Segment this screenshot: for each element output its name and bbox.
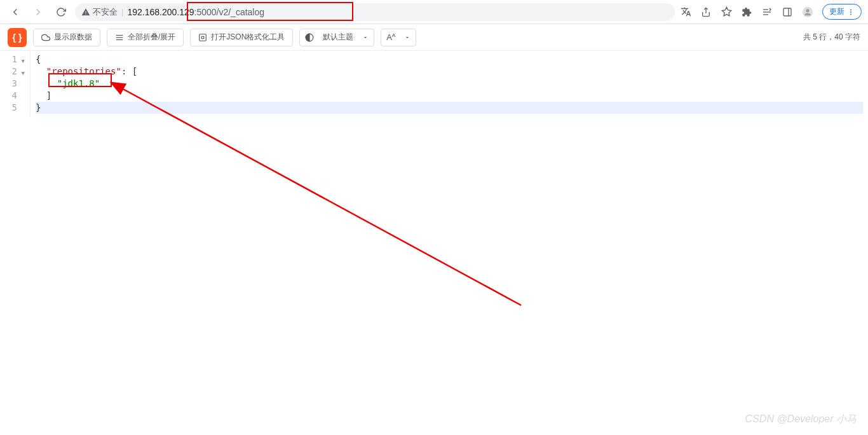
json-viewer-toolbar: { } 显示原数据 全部折叠/展开 打开JSON格式化工具 默认主题 AA 共 … (0, 24, 868, 51)
svg-point-9 (850, 9, 851, 10)
json-key: "repositories" (46, 66, 121, 76)
svg-point-10 (850, 11, 851, 13)
update-button[interactable]: 更新 (822, 4, 862, 20)
svg-rect-15 (200, 34, 207, 41)
code-content[interactable]: { "repositories": [ "jdk1.8" ] } (31, 51, 868, 116)
profile-icon[interactable] (802, 6, 813, 18)
open-json-tool-button[interactable]: 打开JSON格式化工具 (190, 29, 293, 46)
show-raw-label: 显示原数据 (54, 32, 92, 43)
json-string-value: "jdk1.8" (57, 78, 100, 88)
insecure-label: 不安全 (93, 6, 118, 18)
theme-select[interactable]: 默认主题 (299, 29, 374, 46)
theme-label: 默认主题 (323, 32, 353, 43)
reload-button[interactable] (52, 3, 70, 21)
extensions-icon[interactable] (741, 6, 752, 18)
svg-marker-1 (722, 7, 731, 15)
open-tool-label: 打开JSON格式化工具 (211, 32, 285, 43)
extension-logo-icon: { } (8, 28, 27, 47)
star-icon[interactable] (721, 6, 732, 18)
stats-text: 共 5 行，40 字符 (803, 32, 860, 43)
brace-open: { (36, 54, 41, 64)
back-button[interactable] (6, 3, 24, 21)
bracket-close: ] (46, 90, 51, 100)
url-text: 192.168.200.129:5000/v2/_catalog (127, 7, 264, 17)
share-icon[interactable] (700, 6, 712, 18)
reading-list-icon[interactable] (761, 6, 773, 18)
svg-point-8 (806, 9, 809, 12)
svg-line-18 (121, 88, 521, 305)
collapse-expand-button[interactable]: 全部折叠/展开 (107, 29, 184, 46)
svg-rect-5 (783, 8, 791, 16)
side-panel-icon[interactable] (782, 6, 793, 18)
forward-button[interactable] (29, 3, 47, 21)
insecure-badge: 不安全 (81, 6, 118, 18)
json-code-area: 1▼ 2▼ 3 4 5 { "repositories": [ "jdk1.8"… (0, 51, 868, 116)
line-gutter: 1▼ 2▼ 3 4 5 (0, 51, 31, 116)
brace-close: } (36, 102, 41, 113)
svg-point-11 (850, 13, 851, 15)
show-raw-button[interactable]: 显示原数据 (33, 29, 100, 46)
address-bar[interactable]: 不安全 | 192.168.200.129:5000/v2/_catalog (75, 3, 675, 21)
chevron-down-icon (404, 34, 410, 41)
translate-icon[interactable] (680, 6, 691, 18)
watermark: CSDN @Developer 小马 (745, 413, 857, 426)
browser-actions: 更新 (680, 4, 862, 20)
font-select[interactable]: AA (381, 29, 416, 46)
collapse-label: 全部折叠/展开 (128, 32, 175, 43)
chevron-down-icon (362, 34, 369, 41)
browser-nav-bar: 不安全 | 192.168.200.129:5000/v2/_catalog 更… (0, 0, 868, 24)
